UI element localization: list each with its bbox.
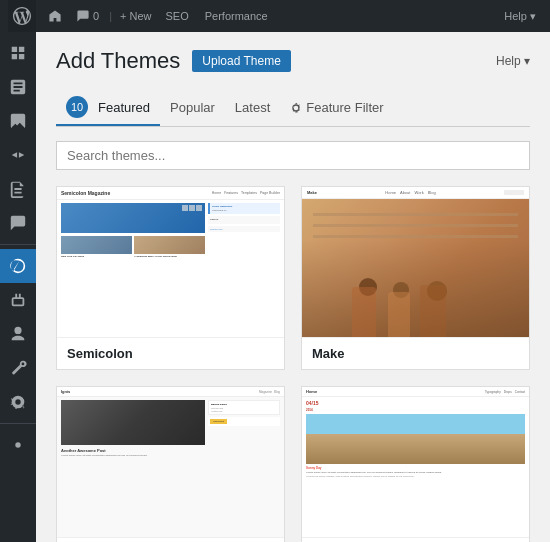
comment-icon-bar[interactable]: 0 [70, 9, 105, 23]
theme-screenshot-semicolon: Semicolon Magazine HomeFeaturesTemplates… [57, 187, 284, 337]
admin-bar: 0 | + New SEO Performance Help ▾ [0, 0, 550, 32]
tab-feature-filter[interactable]: Feature Filter [280, 94, 393, 123]
page-header: Add Themes Upload Theme Help ▾ [56, 48, 530, 74]
sidebar-divider-2 [0, 423, 36, 424]
upload-theme-button[interactable]: Upload Theme [192, 50, 291, 72]
sidebar-divider [0, 244, 36, 245]
help-button[interactable]: Help ▾ [496, 54, 530, 68]
tab-popular-label: Popular [170, 100, 215, 115]
tab-feature-filter-label: Feature Filter [306, 100, 383, 115]
tab-latest[interactable]: Latest [225, 94, 280, 123]
sidebar [0, 32, 36, 542]
page-header-left: Add Themes Upload Theme [56, 48, 291, 74]
sidebar-item-tools[interactable] [0, 351, 36, 385]
seo-menu[interactable]: SEO [159, 10, 194, 22]
sidebar-item-comments[interactable] [0, 206, 36, 240]
sidebar-item-users[interactable] [0, 317, 36, 351]
theme-name-sunny-day: Sunny Day [302, 537, 529, 542]
theme-card-make[interactable]: Make HomeAboutWorkBlog [301, 186, 530, 370]
theme-screenshot-sunny-day: Home TypographyDropsContact 04/152014 Su… [302, 387, 529, 537]
sidebar-item-extra[interactable] [0, 428, 36, 462]
theme-card-ignis[interactable]: Ignis MagazineBlog Another Awesome Post [56, 386, 285, 542]
theme-name-make: Make [302, 337, 529, 369]
theme-screenshot-make: Make HomeAboutWorkBlog [302, 187, 529, 337]
tab-featured-label: Featured [98, 100, 150, 115]
semicolon-mock: Semicolon Magazine HomeFeaturesTemplates… [57, 187, 284, 337]
theme-card-sunny-day[interactable]: Home TypographyDropsContact 04/152014 Su… [301, 386, 530, 542]
sidebar-item-links[interactable] [0, 138, 36, 172]
separator: | [109, 10, 112, 22]
sidebar-item-appearance[interactable] [0, 249, 36, 283]
search-bar [56, 141, 530, 170]
sidebar-item-posts[interactable] [0, 70, 36, 104]
theme-screenshot-ignis: Ignis MagazineBlog Another Awesome Post [57, 387, 284, 537]
sidebar-item-pages[interactable] [0, 172, 36, 206]
tab-popular[interactable]: Popular [160, 94, 225, 123]
tab-featured[interactable]: 10 Featured [56, 90, 160, 126]
home-icon[interactable] [44, 0, 66, 32]
wp-logo[interactable] [8, 0, 36, 32]
theme-card-semicolon[interactable]: Semicolon Magazine HomeFeaturesTemplates… [56, 186, 285, 370]
gear-icon [290, 100, 302, 115]
tabs-bar: 10 Featured Popular Latest Feature Filte… [56, 90, 530, 127]
sidebar-item-plugins[interactable] [0, 283, 36, 317]
new-menu[interactable]: + New [116, 10, 156, 22]
help-button[interactable]: Help ▾ [498, 10, 542, 23]
themes-grid: Semicolon Magazine HomeFeaturesTemplates… [56, 186, 530, 542]
main-content: Add Themes Upload Theme Help ▾ 10 Featur… [36, 32, 550, 542]
page-title: Add Themes [56, 48, 180, 74]
layout: Add Themes Upload Theme Help ▾ 10 Featur… [0, 32, 550, 542]
svg-point-0 [15, 442, 20, 447]
sidebar-item-media[interactable] [0, 104, 36, 138]
make-mock: Make HomeAboutWorkBlog [302, 187, 529, 337]
comment-count: 0 [93, 10, 99, 22]
theme-name-semicolon: Semicolon [57, 337, 284, 369]
sunny-mock: Home TypographyDropsContact 04/152014 Su… [302, 387, 529, 537]
ignis-mock: Ignis MagazineBlog Another Awesome Post [57, 387, 284, 537]
featured-count: 10 [66, 96, 88, 118]
sidebar-item-dashboard[interactable] [0, 36, 36, 70]
theme-name-ignis: Ignis [57, 537, 284, 542]
sidebar-item-settings[interactable] [0, 385, 36, 419]
tab-latest-label: Latest [235, 100, 270, 115]
performance-menu[interactable]: Performance [199, 10, 274, 22]
search-input[interactable] [56, 141, 530, 170]
